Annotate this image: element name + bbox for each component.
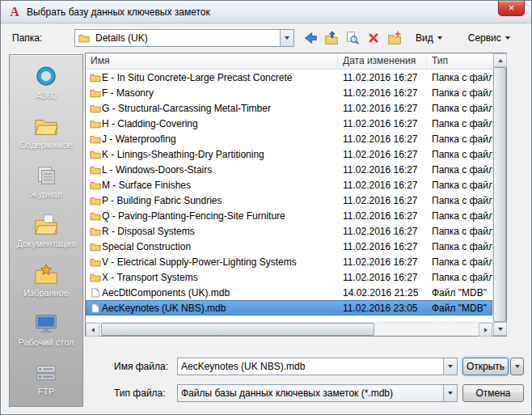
file-row[interactable]: H - Cladding-Covering11.02.2016 16:27Пап… (86, 116, 492, 131)
file-row[interactable]: V - Electrical Supply-Power-Lighting Sys… (86, 254, 492, 269)
autocad-logo-icon: A (7, 5, 22, 19)
file-row[interactable]: Special Construction11.02.2016 16:27Папк… (86, 239, 492, 254)
sidebar-item-label: Содержимое (19, 140, 73, 150)
folder-icon (86, 180, 102, 190)
close-icon: × (509, 2, 515, 14)
file-row[interactable]: J - Waterproofing11.02.2016 16:27Папка с… (86, 131, 492, 146)
search-button[interactable] (343, 29, 362, 47)
mdb-file-icon (86, 303, 102, 313)
delete-button[interactable] (364, 29, 383, 47)
view-menu-label: Вид (416, 32, 433, 44)
folder-icon (86, 242, 102, 252)
folder-icon (86, 165, 102, 175)
arrow-left-icon (91, 328, 95, 332)
folder-icon (86, 227, 102, 236)
chevron-down-icon (437, 36, 442, 40)
horizontal-scroll-track[interactable] (99, 323, 479, 336)
titlebar[interactable]: A Выбрать базу данных ключевых заметок (1, 1, 531, 23)
chevron-down-icon (285, 36, 289, 40)
scroll-right-button[interactable] (479, 323, 492, 337)
filename-combobox[interactable]: AecKeynotes (UK NBS).mdb (177, 358, 458, 375)
sidebar-item-desktop[interactable]: Рабочий стол (10, 305, 82, 354)
sidebar-item-ftp[interactable]: FTP (10, 354, 82, 404)
file-row[interactable]: R - Disposal Systems11.02.2016 16:27Папк… (86, 223, 492, 239)
file-row-selected[interactable]: AecKeynotes (UK NBS).mdb11.02.2016 23:05… (86, 300, 492, 315)
file-row[interactable]: P - Building Fabric Sundries11.02.2016 1… (86, 193, 492, 208)
folder-icon (86, 273, 102, 282)
folder-icon (75, 33, 92, 43)
current-folder-value: Details (UK) (92, 32, 280, 44)
open-options-button[interactable] (510, 358, 524, 375)
folder-icon (86, 104, 102, 113)
filename-input[interactable]: AecKeynotes (UK NBS).mdb (178, 361, 443, 372)
column-header-type[interactable]: Тип (427, 53, 492, 69)
a360-icon (34, 66, 58, 88)
open-button[interactable]: Открыть (462, 358, 509, 375)
close-button[interactable]: × (498, 1, 525, 16)
sidebar-item-favorites[interactable]: Избранное (10, 256, 82, 305)
scroll-down-button[interactable] (493, 322, 507, 336)
file-row[interactable]: K - Linings-Sheathing-Dry Partitioning11… (86, 146, 492, 162)
content-folder-icon (34, 115, 58, 138)
folder-icon (86, 119, 102, 129)
sidebar-item-history[interactable]: Журнал (10, 157, 82, 206)
cancel-button[interactable]: Отмена (462, 384, 524, 402)
mdb-file-icon (86, 288, 102, 298)
file-row[interactable]: AecDtlComponents (UK).mdb14.02.2016 21:2… (86, 285, 492, 300)
folder-dropdown-button[interactable] (280, 30, 293, 46)
documentation-folder-icon (34, 214, 58, 236)
sidebar-item-documentation[interactable]: Документация (10, 206, 82, 256)
up-one-level-button[interactable] (322, 29, 341, 47)
new-folder-button[interactable] (385, 29, 404, 47)
folder-icon (86, 73, 102, 83)
sidebar-item-content[interactable]: Содержимое (10, 108, 82, 157)
sidebar-item-a360[interactable]: A360 (10, 58, 82, 108)
sidebar-item-label: Рабочий стол (18, 337, 74, 347)
filetype-dropdown-button[interactable] (443, 385, 457, 401)
filetype-label: Тип файла: (114, 387, 177, 399)
vertical-scroll-thumb[interactable] (493, 67, 506, 322)
folder-icon (86, 257, 102, 267)
file-row[interactable]: M - Surface Finishes11.02.2016 16:27Папк… (86, 177, 492, 193)
toolbar: Папка: Details (UK) Вид Сервис (9, 28, 525, 48)
filetype-combobox[interactable]: Файлы базы данных ключевых заметок (*.md… (177, 384, 458, 402)
folder-combobox[interactable]: Details (UK) (74, 29, 294, 47)
delete-x-icon (366, 31, 381, 45)
sidebar-item-label: A360 (36, 91, 57, 100)
select-keynote-db-dialog: A Выбрать базу данных ключевых заметок ×… (0, 0, 532, 415)
horizontal-scrollbar[interactable] (86, 322, 492, 336)
file-row[interactable]: E - In Situ Concrete-Large Precast Concr… (86, 70, 492, 85)
folder-icon (86, 196, 102, 205)
history-icon (34, 164, 58, 187)
arrow-up-icon (498, 59, 503, 62)
file-rows: E - In Situ Concrete-Large Precast Concr… (86, 70, 492, 322)
column-header-date[interactable]: Дата изменения (338, 53, 427, 69)
arrow-down-icon (498, 328, 503, 331)
scroll-up-button[interactable] (493, 53, 507, 67)
chevron-down-icon (505, 36, 510, 40)
sidebar-item-label: Журнал (30, 189, 62, 199)
scroll-left-button[interactable] (86, 323, 99, 337)
filename-label: Имя файла: (114, 361, 177, 372)
folder-icon (86, 88, 102, 98)
list-header: Имя Дата изменения Тип (86, 53, 492, 70)
file-row[interactable]: F - Masonry11.02.2016 16:27Папка с файла… (86, 85, 492, 100)
file-row[interactable]: L - Windows-Doors-Stairs11.02.2016 16:27… (86, 162, 492, 177)
file-row[interactable]: Q - Paving-Planting-Fencing-Site Furnitu… (86, 208, 492, 223)
chevron-down-icon (448, 392, 453, 395)
tools-menu-button[interactable]: Сервис (462, 29, 517, 47)
file-row[interactable]: G - Structural-Carcassing Metal-Timber11… (86, 100, 492, 116)
vertical-scrollbar[interactable] (492, 53, 506, 336)
sidebar-item-label: Документация (16, 239, 75, 248)
back-button[interactable] (301, 29, 320, 47)
sidebar-item-label: FTP (38, 387, 55, 396)
column-header-name[interactable]: Имя (86, 53, 338, 69)
file-row[interactable]: X - Transport Systems11.02.2016 16:27Пап… (86, 269, 492, 285)
file-list: Имя Дата изменения Тип E - In Situ Concr… (85, 53, 507, 337)
view-menu-button[interactable]: Вид (409, 29, 449, 47)
search-icon (345, 31, 360, 45)
filename-dropdown-button[interactable] (443, 358, 457, 375)
window-title: Выбрать базу данных ключевых заметок (27, 6, 525, 18)
horizontal-scroll-thumb[interactable] (101, 323, 374, 336)
favorites-star-icon (34, 263, 58, 286)
